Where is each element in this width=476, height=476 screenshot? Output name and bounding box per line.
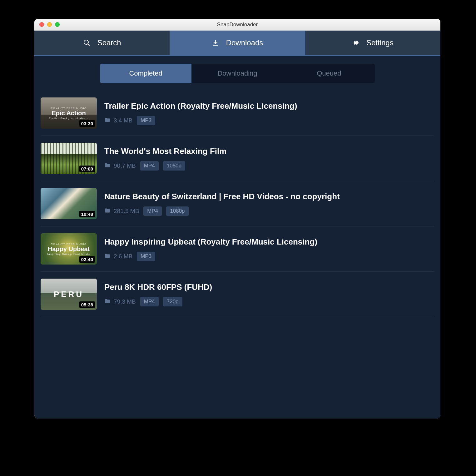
download-row[interactable]: ROYALTY FREE MUSICHappy UpbeatInspiring … [41,226,434,272]
quality-badge: 720p [163,297,182,306]
duration-label: 10:48 [79,211,95,217]
download-infoline: 3.4 MBMP3 [104,116,434,125]
format-badge: MP4 [140,297,159,306]
file-size: 281.5 MB [104,208,139,215]
download-row[interactable]: 07:00The World's Most Relaxing Film90.7 … [41,136,434,181]
thumbnail[interactable]: ROYALTY FREE MUSICHappy UpbeatInspiring … [41,233,97,265]
thumbnail[interactable]: PERU05:38 [41,279,97,310]
download-title: Trailer Epic Action (Royalty Free/Music … [104,101,434,111]
tab-search-label: Search [97,38,121,47]
file-size: 79.3 MB [104,298,136,305]
quality-badge: 1080p [166,206,188,216]
window-title: SnapDownloader [34,22,440,28]
download-meta: The World's Most Relaxing Film90.7 MBMP4… [104,143,434,174]
format-badge: MP3 [137,252,155,261]
download-infoline: 2.6 MBMP3 [104,252,434,261]
folder-icon [104,117,111,124]
thumbnail[interactable]: 10:48 [41,188,97,219]
gear-icon [352,39,359,47]
file-size: 3.4 MB [104,117,132,124]
download-meta: Peru 8K HDR 60FPS (FUHD)79.3 MBMP4720p [104,279,434,310]
duration-label: 03:30 [79,120,95,127]
download-list: ROYALTY FREE MUSICEpic ActionTrailer Bac… [34,91,440,317]
download-title: Happy Inspiring Upbeat (Royalty Free/Mus… [104,237,434,247]
download-meta: Happy Inspiring Upbeat (Royalty Free/Mus… [104,233,434,265]
folder-icon [104,162,111,169]
download-infoline: 90.7 MBMP41080p [104,161,434,171]
titlebar: SnapDownloader [34,19,440,31]
thumbnail[interactable]: 07:00 [41,143,97,174]
format-badge: MP3 [137,116,155,125]
search-icon [83,39,91,47]
download-title: The World's Most Relaxing Film [104,146,434,156]
folder-icon [104,298,111,305]
file-size: 2.6 MB [104,253,132,260]
download-row[interactable]: 10:48Nature Beauty of Switzerland | Free… [41,181,434,226]
download-meta: Trailer Epic Action (Royalty Free/Music … [104,97,434,129]
thumb-text-sub: Inspiring Background Music [47,253,90,255]
download-row[interactable]: ROYALTY FREE MUSICEpic ActionTrailer Bac… [41,91,434,136]
tab-downloads[interactable]: Downloads [170,31,305,55]
duration-label: 05:38 [79,301,95,308]
tab-settings[interactable]: Settings [305,31,440,55]
download-icon [212,39,219,47]
thumb-text-big: Happy Upbeat [48,245,90,253]
thumb-text-big: Epic Action [52,110,86,117]
tab-search[interactable]: Search [34,31,170,55]
tab-settings-label: Settings [366,38,394,47]
download-subtabs: Completed Downloading Queued [100,64,375,83]
tab-downloads-label: Downloads [226,38,263,47]
download-meta: Nature Beauty of Switzerland | Free HD V… [104,188,434,219]
content-area: Completed Downloading Queued ROYALTY FRE… [34,56,440,419]
download-infoline: 79.3 MBMP4720p [104,297,434,306]
download-title: Nature Beauty of Switzerland | Free HD V… [104,192,434,201]
thumb-text-big: PERU [54,290,84,299]
subtab-completed[interactable]: Completed [100,64,191,83]
app-window: SnapDownloader Search Downloads Settings… [34,19,440,419]
duration-label: 02:40 [79,256,95,263]
folder-icon [104,253,111,260]
download-infoline: 281.5 MBMP41080p [104,206,434,216]
thumbnail[interactable]: ROYALTY FREE MUSICEpic ActionTrailer Bac… [41,97,97,129]
subtab-downloading[interactable]: Downloading [191,64,283,83]
duration-label: 07:00 [79,166,95,172]
folder-icon [104,208,111,215]
format-badge: MP4 [140,161,159,171]
thumb-text-small: ROYALTY FREE MUSIC [51,107,87,110]
quality-badge: 1080p [163,161,185,171]
download-row[interactable]: PERU05:38Peru 8K HDR 60FPS (FUHD)79.3 MB… [41,272,434,317]
main-tabs: Search Downloads Settings [34,31,440,55]
download-title: Peru 8K HDR 60FPS (FUHD) [104,282,434,292]
format-badge: MP4 [143,206,162,216]
subtab-queued[interactable]: Queued [283,64,375,83]
thumb-text-small: ROYALTY FREE MUSIC [51,243,87,245]
thumb-text-sub: Trailer Background Music [49,117,88,120]
file-size: 90.7 MB [104,162,136,169]
